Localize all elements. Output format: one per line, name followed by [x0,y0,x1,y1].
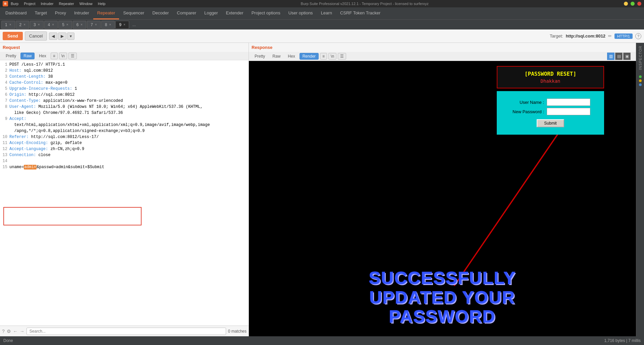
settings-icon[interactable]: ⚙ [7,329,11,334]
code-line-10: 10 Referer: http://sql.com:8012/Less-17/ [0,134,249,140]
nav-csrf[interactable]: CSRF Token Tracker [336,7,384,19]
response-header: Response [249,43,636,52]
inspector-dot-yellow [639,79,642,82]
tab-2-close[interactable]: × [23,23,25,26]
tab-8[interactable]: 8× [101,21,115,29]
fmt-newline-icon[interactable]: \n [59,53,67,59]
tab-5[interactable]: 5× [58,21,72,29]
resp-fmt-list[interactable]: ≡ [320,53,327,60]
view-split-icon[interactable]: ▥ [607,53,614,60]
tab-2[interactable]: 2× [16,21,30,29]
resp-fmt-raw[interactable]: Raw [269,53,283,60]
response-format-tabs: Pretty Raw Hex Render ≡ \n ☰ ▥ ▤ ▣ [249,52,636,61]
view-horizontal-icon[interactable]: ▤ [615,53,623,60]
username-input[interactable] [547,98,590,106]
tabs-bar: 1× 2× 3× 4× 5× 6× 7× 8× 9× ... [0,19,644,29]
nav-target[interactable]: Target [31,7,51,19]
nav-learn[interactable]: Learn [317,7,336,19]
help-icon[interactable]: ? [635,33,641,39]
tab-6[interactable]: 6× [73,21,87,29]
newpassword-row: New Password : [502,108,599,115]
tab-6-close[interactable]: × [80,23,83,26]
nav-intruder[interactable]: Intruder [70,7,93,19]
back-search-icon[interactable]: ← [13,329,18,334]
menu-repeater[interactable]: Repeater [59,2,74,6]
tab-4[interactable]: 4× [44,21,58,29]
submit-row: Submit [502,117,599,127]
newpassword-input[interactable] [547,108,590,115]
code-line-7: 7 Content-Type: application/x-www-form-u… [0,98,249,104]
fmt-hex[interactable]: Hex [36,53,49,59]
nav-project-options[interactable]: Project options [248,7,284,19]
title-bar-menu: Burp Project Intruder Repeater Window He… [11,2,105,6]
fmt-menu-icon[interactable]: ☰ [68,53,77,59]
tab-3[interactable]: 3× [30,21,44,29]
toolbar: Send Cancel ◀ ▶ ▾ Target: http://sql.com… [0,29,644,43]
code-line-1: 1 POST /Less-17/ HTTP/1.1 [0,62,249,68]
request-code-area[interactable]: 1 POST /Less-17/ HTTP/1.1 2 Host: sql.co… [0,60,249,326]
nav-dashboard[interactable]: Dashboard [1,7,31,19]
title-bar-left: B Burp Project Intruder Repeater Window … [3,1,105,6]
fmt-list-icon[interactable]: ≡ [51,53,58,59]
highlight-box [3,207,142,225]
resp-fmt-newline[interactable]: \n [328,53,336,60]
nav-proxy[interactable]: Proxy [51,7,70,19]
resp-fmt-pretty[interactable]: Pretty [252,53,268,60]
response-panel: Response Pretty Raw Hex Render ≡ \n ☰ ▥ … [249,43,636,336]
tab-9[interactable]: 9× [115,21,129,29]
status-left: Done [3,338,13,343]
target-label: Target: [550,33,563,39]
password-reset-title: [PASSWORD RESET] [501,71,599,77]
tab-8-close[interactable]: × [109,23,111,26]
http-version-badge: HTTP/1 [614,33,633,39]
tab-9-close[interactable]: × [123,23,125,26]
fmt-raw[interactable]: Raw [20,53,35,59]
search-bar: ? ⚙ ← → 0 matches [0,326,249,336]
resp-fmt-hex[interactable]: Hex [285,53,298,60]
next-button[interactable]: ▶ [58,32,66,40]
minimize-button[interactable] [624,2,628,6]
dropdown-button[interactable]: ▾ [67,32,74,40]
menu-window[interactable]: Window [79,2,93,6]
nav-repeater[interactable]: Repeater [93,7,119,19]
close-button[interactable] [637,2,641,6]
nav-extender[interactable]: Extender [222,7,248,19]
nav-sequencer[interactable]: Sequencer [119,7,148,19]
nav-comparer[interactable]: Comparer [173,7,200,19]
code-line-3: 3 Content-Length: 38 [0,74,249,80]
tab-5-close[interactable]: × [66,23,68,26]
cancel-button[interactable]: Cancel [25,31,47,41]
resp-fmt-menu[interactable]: ☰ [338,53,346,60]
inspector-sidebar: INSPECTOR [636,43,644,336]
maximize-button[interactable] [631,2,635,6]
view-vertical-icon[interactable]: ▣ [623,53,631,60]
nav-logger[interactable]: Logger [200,7,222,19]
code-line-13: 13 Connection: close [0,152,249,158]
inspector-dot-green [639,75,642,78]
tab-4-close[interactable]: × [52,23,54,26]
title-bar: B Burp Project Intruder Repeater Window … [0,0,644,7]
fmt-pretty[interactable]: Pretty [3,53,19,59]
pw-submit-button[interactable]: Submit [537,119,564,127]
tab-7-close[interactable]: × [95,23,97,26]
view-toggle: ▥ ▤ ▣ [607,53,631,60]
tab-7[interactable]: 7× [87,21,101,29]
tabs-more[interactable]: ... [130,22,139,27]
menu-intruder[interactable]: Intruder [41,2,54,6]
tab-3-close[interactable]: × [38,23,40,26]
tab-1[interactable]: 1× [1,21,15,29]
menu-burp[interactable]: Burp [11,2,18,6]
prev-button[interactable]: ◀ [49,32,57,40]
menu-help[interactable]: Help [98,2,106,6]
nav-user-options[interactable]: User options [284,7,317,19]
resp-fmt-render[interactable]: Render [300,53,319,60]
edit-icon[interactable]: ✏ [608,33,612,39]
nav-decoder[interactable]: Decoder [148,7,173,19]
forward-search-icon[interactable]: → [20,329,24,334]
menu-project[interactable]: Project [24,2,35,6]
send-button[interactable]: Send [3,32,23,40]
tab-1-close[interactable]: × [9,23,11,26]
search-input[interactable] [26,328,226,335]
question-icon[interactable]: ? [2,329,5,334]
window-title: Burp Suite Professional v2021.12.1 - Tem… [301,2,429,6]
